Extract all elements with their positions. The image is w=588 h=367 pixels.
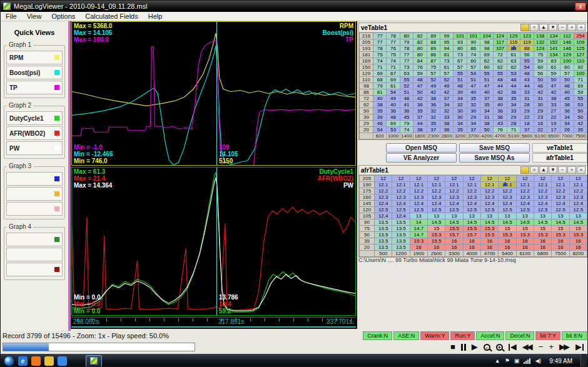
- ve-cell[interactable]: 101: [467, 33, 480, 39]
- ve-cell[interactable]: 42: [494, 89, 507, 96]
- ve-cell[interactable]: 32: [427, 108, 440, 114]
- ve-cell[interactable]: 48: [520, 71, 534, 77]
- ve-cell[interactable]: 35: [413, 108, 427, 114]
- afr-cell[interactable]: 13: [480, 213, 498, 219]
- ve-cell[interactable]: 50: [574, 108, 587, 114]
- ve-cell[interactable]: 74: [400, 127, 413, 133]
- ve-cell[interactable]: 71: [507, 127, 520, 133]
- skip-start-button[interactable]: ◀: [509, 341, 517, 353]
- afr-cell[interactable]: 12: [445, 176, 463, 182]
- ve-cell[interactable]: 59: [574, 89, 587, 96]
- ve-cell[interactable]: 34: [560, 114, 574, 121]
- ve-cell[interactable]: 40: [560, 89, 574, 96]
- afr-cell[interactable]: 15: [569, 226, 587, 232]
- ve-analyzer-button[interactable]: VE Analyzer: [386, 153, 457, 163]
- afr-cell[interactable]: 14.5: [445, 219, 463, 226]
- ve-cell[interactable]: 37: [440, 96, 453, 102]
- ve-cell[interactable]: 46: [560, 83, 574, 89]
- ve-cell[interactable]: 31: [480, 114, 494, 121]
- afr-cell[interactable]: 16: [534, 244, 551, 251]
- ve-cell[interactable]: 16: [534, 121, 547, 127]
- ve-cell[interactable]: 35: [427, 121, 440, 127]
- ve-cell[interactable]: 40: [494, 102, 507, 108]
- ve-cell[interactable]: 26: [560, 127, 574, 133]
- stop-button[interactable]: ■: [450, 341, 455, 353]
- ve-cell[interactable]: 124: [494, 33, 507, 39]
- ve-cell[interactable]: 84: [413, 58, 427, 64]
- ve-cell[interactable]: 254: [574, 33, 587, 39]
- afr-cell[interactable]: 13.5: [375, 226, 392, 232]
- ve-cell[interactable]: 37: [413, 114, 427, 121]
- ve-cell[interactable]: 125: [574, 46, 587, 52]
- ve-cell[interactable]: 77: [373, 39, 387, 46]
- ve-cell[interactable]: 90: [467, 39, 480, 46]
- afr-cell[interactable]: 12: [499, 176, 516, 182]
- ve-cell[interactable]: 141: [547, 46, 560, 52]
- ve-cell[interactable]: 79: [373, 83, 387, 89]
- sidebar-item-afr-wbo2-[interactable]: AFR(WBO2): [6, 126, 63, 140]
- ve-cell[interactable]: 46: [534, 83, 547, 89]
- pause-button[interactable]: [461, 344, 466, 351]
- ve-cell[interactable]: 36: [413, 102, 427, 108]
- ve-cell[interactable]: 119: [520, 39, 534, 46]
- ve-cell[interactable]: 71: [387, 64, 400, 71]
- sidebar-item-empty[interactable]: [6, 248, 63, 261]
- ve-cell[interactable]: 78: [373, 46, 387, 52]
- afr-cell[interactable]: 15.7: [463, 232, 480, 238]
- afr-cell[interactable]: 12.4: [463, 201, 480, 207]
- open-msq-button[interactable]: Open MSQ: [386, 143, 457, 153]
- ve-cell[interactable]: 50: [480, 127, 494, 133]
- afr-cell[interactable]: 15.5: [427, 238, 445, 244]
- sidebar-item-empty[interactable]: [6, 202, 63, 216]
- ve-cell[interactable]: 50: [534, 77, 547, 83]
- ve-cell[interactable]: 77: [373, 33, 387, 39]
- ve-cell[interactable]: 40: [467, 89, 480, 96]
- afr-cell[interactable]: 13.5: [375, 238, 392, 244]
- ve-cell[interactable]: 77: [400, 58, 413, 64]
- ve-cell[interactable]: 107: [494, 46, 507, 52]
- action-center-icon[interactable]: ⚑: [505, 358, 510, 364]
- afr-cell[interactable]: 13.5: [375, 232, 392, 238]
- ve-cell[interactable]: 44: [494, 83, 507, 89]
- afr-cell[interactable]: 16: [534, 238, 551, 244]
- ve-cell[interactable]: 32: [454, 102, 467, 108]
- afr-cell[interactable]: 16: [445, 238, 463, 244]
- ve-cell[interactable]: 47: [547, 83, 560, 89]
- ve-cell[interactable]: 46: [373, 121, 387, 127]
- minus-icon[interactable]: −: [558, 24, 567, 31]
- ve-cell[interactable]: 83: [547, 58, 560, 64]
- ve-cell[interactable]: 53: [574, 102, 587, 108]
- afr-cell[interactable]: 12: [480, 176, 498, 182]
- ve-cell[interactable]: 69: [373, 71, 387, 77]
- afr-cell[interactable]: 13: [499, 213, 516, 219]
- ve-cell[interactable]: 42: [427, 89, 440, 96]
- ve-cell[interactable]: 34: [454, 96, 467, 102]
- equals-icon[interactable]: =: [530, 166, 539, 174]
- ve-cell[interactable]: 48: [387, 114, 400, 121]
- rewind-button[interactable]: ◀◀: [522, 341, 533, 353]
- plus-icon[interactable]: +: [567, 166, 576, 174]
- afr-cell[interactable]: 12.5: [499, 207, 516, 213]
- ve-cell[interactable]: 127: [574, 52, 587, 58]
- afr-cell[interactable]: 15.3: [410, 238, 427, 244]
- afr-cell[interactable]: 12.5: [463, 207, 480, 213]
- afr-cell[interactable]: 12.5: [445, 207, 463, 213]
- afr-cell[interactable]: 12.3: [516, 194, 534, 201]
- ve-cell[interactable]: 35: [373, 108, 387, 114]
- afr-cell[interactable]: 13.5: [392, 244, 410, 251]
- afr-cell[interactable]: 16: [569, 244, 587, 251]
- afr-cell[interactable]: 12.4: [392, 213, 410, 219]
- ve-cell[interactable]: 104: [480, 33, 494, 39]
- ve-cell[interactable]: 75: [534, 52, 547, 58]
- afr-cell[interactable]: 15.3: [569, 232, 587, 238]
- afr-cell[interactable]: 16: [463, 244, 480, 251]
- afr-cell[interactable]: 12.2: [552, 188, 569, 194]
- afr-cell[interactable]: 12.2: [410, 188, 427, 194]
- ve-cell[interactable]: 33: [547, 102, 560, 108]
- afr-cell[interactable]: 12.5: [375, 207, 392, 213]
- title-bar[interactable]: MegaLogViewer - 2010-09-14_09.11.28.msl …: [1, 1, 588, 12]
- afr-cell[interactable]: 13: [516, 213, 534, 219]
- afr-cell[interactable]: 12: [427, 176, 445, 182]
- afr-cell[interactable]: 14.5: [427, 219, 445, 226]
- ve-cell[interactable]: 80: [454, 46, 467, 52]
